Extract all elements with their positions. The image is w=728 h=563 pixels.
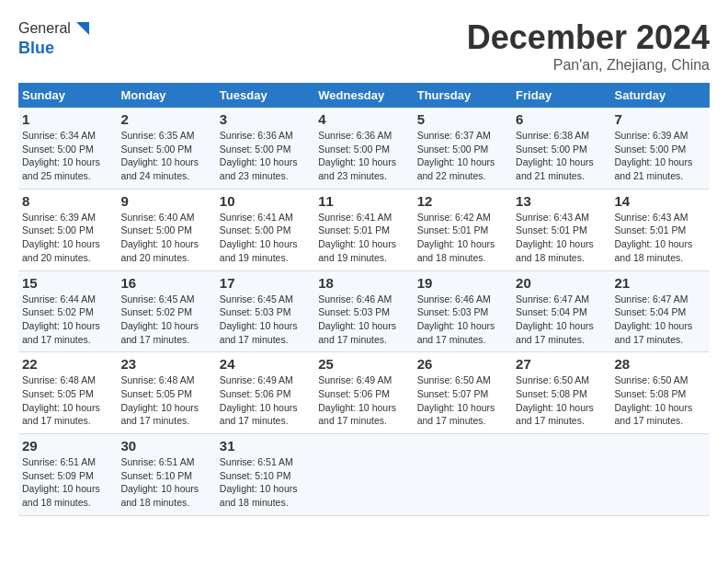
title-section: December 2024 Pan'an, Zhejiang, China: [467, 18, 710, 74]
day-info: Sunrise: 6:37 AM Sunset: 5:00 PM Dayligh…: [417, 129, 508, 183]
day-info: Sunrise: 6:34 AM Sunset: 5:00 PM Dayligh…: [22, 129, 113, 183]
calendar-cell: 23Sunrise: 6:48 AM Sunset: 5:05 PM Dayli…: [117, 352, 215, 434]
calendar-header-monday: Monday: [117, 83, 215, 108]
day-info: Sunrise: 6:48 AM Sunset: 5:05 PM Dayligh…: [120, 373, 211, 428]
calendar-cell: 16Sunrise: 6:45 AM Sunset: 5:02 PM Dayli…: [117, 270, 215, 352]
calendar-cell: 11Sunrise: 6:41 AM Sunset: 5:01 PM Dayli…: [314, 189, 413, 270]
calendar-cell: [414, 434, 512, 516]
calendar-cell: 9Sunrise: 6:40 AM Sunset: 5:00 PM Daylig…: [117, 189, 215, 270]
calendar-cell: 8Sunrise: 6:39 AM Sunset: 5:00 PM Daylig…: [18, 189, 117, 270]
day-number: 20: [516, 275, 607, 291]
calendar-table: SundayMondayTuesdayWednesdayThursdayFrid…: [18, 83, 710, 516]
day-info: Sunrise: 6:42 AM Sunset: 5:01 PM Dayligh…: [417, 211, 508, 265]
day-info: Sunrise: 6:45 AM Sunset: 5:02 PM Dayligh…: [120, 293, 211, 347]
day-info: Sunrise: 6:51 AM Sunset: 5:10 PM Dayligh…: [120, 455, 211, 510]
calendar-cell: 21Sunrise: 6:47 AM Sunset: 5:04 PM Dayli…: [611, 270, 710, 352]
calendar-cell: 25Sunrise: 6:49 AM Sunset: 5:06 PM Dayli…: [314, 352, 413, 434]
day-info: Sunrise: 6:41 AM Sunset: 5:00 PM Dayligh…: [220, 211, 311, 265]
calendar-cell: 4Sunrise: 6:36 AM Sunset: 5:00 PM Daylig…: [314, 108, 413, 189]
month-title: December 2024: [467, 18, 710, 57]
day-info: Sunrise: 6:40 AM Sunset: 5:00 PM Dayligh…: [120, 211, 211, 265]
calendar-header-friday: Friday: [512, 83, 610, 108]
day-number: 9: [120, 193, 211, 209]
day-number: 13: [516, 193, 607, 209]
day-number: 4: [318, 111, 409, 127]
day-info: Sunrise: 6:49 AM Sunset: 5:06 PM Dayligh…: [220, 373, 311, 428]
page-header: General Blue December 2024 Pan'an, Zheji…: [18, 18, 710, 74]
day-number: 3: [220, 111, 311, 127]
day-info: Sunrise: 6:46 AM Sunset: 5:03 PM Dayligh…: [318, 293, 409, 347]
location: Pan'an, Zhejiang, China: [467, 57, 710, 74]
calendar-week-row: 29Sunrise: 6:51 AM Sunset: 5:09 PM Dayli…: [18, 434, 710, 516]
logo: General Blue: [18, 18, 93, 58]
day-number: 5: [417, 111, 508, 127]
calendar-cell: [611, 434, 710, 516]
day-info: Sunrise: 6:48 AM Sunset: 5:05 PM Dayligh…: [22, 373, 113, 428]
calendar-cell: 20Sunrise: 6:47 AM Sunset: 5:04 PM Dayli…: [512, 270, 610, 352]
day-number: 7: [615, 111, 706, 127]
calendar-cell: 27Sunrise: 6:50 AM Sunset: 5:08 PM Dayli…: [512, 352, 610, 434]
day-info: Sunrise: 6:46 AM Sunset: 5:03 PM Dayligh…: [417, 293, 508, 347]
day-number: 11: [318, 193, 409, 209]
calendar-cell: 13Sunrise: 6:43 AM Sunset: 5:01 PM Dayli…: [512, 189, 610, 270]
calendar-cell: 17Sunrise: 6:45 AM Sunset: 5:03 PM Dayli…: [216, 270, 314, 352]
day-number: 2: [120, 111, 211, 127]
calendar-cell: 18Sunrise: 6:46 AM Sunset: 5:03 PM Dayli…: [314, 270, 413, 352]
day-number: 15: [22, 275, 113, 291]
day-number: 28: [615, 356, 706, 372]
day-info: Sunrise: 6:41 AM Sunset: 5:01 PM Dayligh…: [318, 211, 409, 265]
calendar-cell: 19Sunrise: 6:46 AM Sunset: 5:03 PM Dayli…: [414, 270, 512, 352]
calendar-cell: 3Sunrise: 6:36 AM Sunset: 5:00 PM Daylig…: [216, 108, 314, 189]
day-info: Sunrise: 6:36 AM Sunset: 5:00 PM Dayligh…: [220, 129, 311, 183]
day-number: 8: [22, 193, 113, 209]
day-number: 29: [22, 438, 113, 454]
day-number: 27: [516, 356, 607, 372]
calendar-header-row: SundayMondayTuesdayWednesdayThursdayFrid…: [18, 83, 710, 108]
day-number: 6: [516, 111, 607, 127]
day-number: 25: [318, 356, 409, 372]
day-info: Sunrise: 6:50 AM Sunset: 5:08 PM Dayligh…: [615, 373, 706, 428]
calendar-cell: 1Sunrise: 6:34 AM Sunset: 5:00 PM Daylig…: [18, 108, 117, 189]
day-number: 18: [318, 275, 409, 291]
calendar-week-row: 15Sunrise: 6:44 AM Sunset: 5:02 PM Dayli…: [18, 270, 710, 352]
calendar-header-thursday: Thursday: [414, 83, 512, 108]
calendar-cell: 5Sunrise: 6:37 AM Sunset: 5:00 PM Daylig…: [414, 108, 512, 189]
day-number: 22: [22, 356, 113, 372]
day-number: 16: [120, 275, 211, 291]
logo-blue: Blue: [18, 39, 54, 57]
calendar-cell: 22Sunrise: 6:48 AM Sunset: 5:05 PM Dayli…: [18, 352, 117, 434]
calendar-cell: 29Sunrise: 6:51 AM Sunset: 5:09 PM Dayli…: [18, 434, 117, 516]
day-info: Sunrise: 6:51 AM Sunset: 5:09 PM Dayligh…: [22, 455, 113, 510]
day-info: Sunrise: 6:47 AM Sunset: 5:04 PM Dayligh…: [516, 293, 607, 347]
logo-arrow-icon: [73, 18, 93, 39]
calendar-cell: [314, 434, 413, 516]
calendar-cell: 30Sunrise: 6:51 AM Sunset: 5:10 PM Dayli…: [117, 434, 215, 516]
logo-general: General: [18, 20, 71, 37]
calendar-header-tuesday: Tuesday: [216, 83, 314, 108]
day-number: 19: [417, 275, 508, 291]
svg-marker-0: [76, 22, 89, 35]
calendar-cell: 12Sunrise: 6:42 AM Sunset: 5:01 PM Dayli…: [414, 189, 512, 270]
calendar-header-wednesday: Wednesday: [314, 83, 413, 108]
day-info: Sunrise: 6:38 AM Sunset: 5:00 PM Dayligh…: [516, 129, 607, 183]
calendar-cell: [512, 434, 610, 516]
day-info: Sunrise: 6:43 AM Sunset: 5:01 PM Dayligh…: [516, 211, 607, 265]
day-info: Sunrise: 6:45 AM Sunset: 5:03 PM Dayligh…: [220, 293, 311, 347]
calendar-cell: 28Sunrise: 6:50 AM Sunset: 5:08 PM Dayli…: [611, 352, 710, 434]
day-number: 23: [120, 356, 211, 372]
calendar-cell: 10Sunrise: 6:41 AM Sunset: 5:00 PM Dayli…: [216, 189, 314, 270]
calendar-week-row: 8Sunrise: 6:39 AM Sunset: 5:00 PM Daylig…: [18, 189, 710, 270]
day-number: 21: [615, 275, 706, 291]
calendar-cell: 15Sunrise: 6:44 AM Sunset: 5:02 PM Dayli…: [18, 270, 117, 352]
day-number: 1: [22, 111, 113, 127]
calendar-week-row: 1Sunrise: 6:34 AM Sunset: 5:00 PM Daylig…: [18, 108, 710, 189]
day-info: Sunrise: 6:47 AM Sunset: 5:04 PM Dayligh…: [615, 293, 706, 347]
calendar-header-sunday: Sunday: [18, 83, 117, 108]
day-info: Sunrise: 6:51 AM Sunset: 5:10 PM Dayligh…: [220, 455, 311, 510]
day-number: 10: [220, 193, 311, 209]
calendar-cell: 7Sunrise: 6:39 AM Sunset: 5:00 PM Daylig…: [611, 108, 710, 189]
day-info: Sunrise: 6:50 AM Sunset: 5:07 PM Dayligh…: [417, 373, 508, 428]
day-number: 31: [220, 438, 311, 454]
day-info: Sunrise: 6:35 AM Sunset: 5:00 PM Dayligh…: [120, 129, 211, 183]
calendar-cell: 26Sunrise: 6:50 AM Sunset: 5:07 PM Dayli…: [414, 352, 512, 434]
